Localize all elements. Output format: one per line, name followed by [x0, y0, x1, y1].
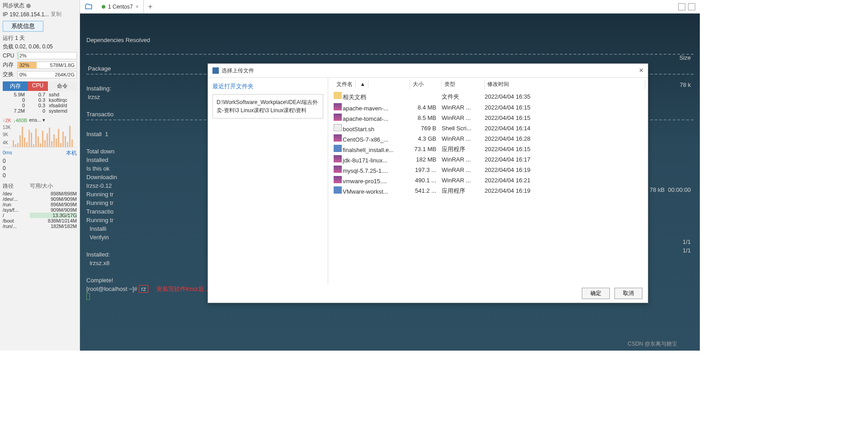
file-icon	[334, 124, 342, 131]
file-list[interactable]: 相关文档文件夹2022/04/04 16:35apache-maven-...8…	[328, 91, 648, 284]
file-icon	[334, 114, 342, 121]
upload-icon: ↑2K	[3, 118, 11, 123]
mem-meter: 内存 32%578M/1.8G	[3, 61, 77, 69]
file-row[interactable]: bootStart.sh769 BShell Scri...2022/04/04…	[328, 123, 648, 133]
file-icon	[334, 155, 342, 162]
process-row: 7.2M0systemd	[3, 108, 77, 114]
sidebar: 同步状态 IP 192.168.154.1... 复制 系统信息 运行 1 天 …	[0, 0, 80, 351]
file-columns[interactable]: 文件名 ▲ 大小 类型 修改时间	[328, 78, 648, 91]
file-row[interactable]: jdk-8u171-linux...182 MBWinRAR ...2022/0…	[328, 154, 648, 165]
file-icon	[334, 103, 342, 110]
status-dot-icon	[102, 5, 105, 9]
copy-button[interactable]: 复制	[51, 10, 61, 18]
close-dialog-icon[interactable]: ×	[639, 67, 643, 75]
process-row: 00.3xfsaild/d	[3, 103, 77, 108]
disk-row: /run896M/909M	[3, 202, 77, 207]
dialog-title: 选择上传文件	[222, 67, 254, 75]
file-row[interactable]: apache-tomcat-...8.5 MBWinRAR ...2022/04…	[328, 113, 648, 123]
file-row[interactable]: VMware-workst...541.2 ...应用程序2022/04/04 …	[328, 185, 648, 196]
ip-row: IP 192.168.154.1... 复制	[3, 10, 77, 18]
disk-row: /sys/f...909M/909M	[3, 207, 77, 213]
net-chart: 13K 9K 4K	[3, 125, 77, 147]
grid-icon	[678, 3, 685, 10]
new-tab-button[interactable]: +	[144, 3, 157, 11]
system-info-button[interactable]: 系统信息	[3, 21, 43, 32]
process-row: 00.3ksoftirqc	[3, 97, 77, 103]
swap-meter: 交换 0%264K/2G	[3, 71, 77, 78]
dialog-titlebar[interactable]: 选择上传文件 ×	[208, 64, 648, 77]
file-row[interactable]: vmware-pro15....490.1 ...WinRAR ...2022/…	[328, 175, 648, 185]
command-highlight: rz	[139, 285, 148, 293]
download-icon: ↓480B	[13, 118, 27, 123]
load: 负载 0.02, 0.06, 0.05	[3, 43, 77, 51]
disk-header: 路径可用/大小	[3, 182, 77, 190]
file-row[interactable]: finalshell_install.e...73.1 MB应用程序2022/0…	[328, 144, 648, 154]
disk-row: /dev/...909M/909M	[3, 196, 77, 202]
sort-asc-icon: ▲	[357, 80, 368, 88]
cancel-button[interactable]: 取消	[614, 288, 642, 299]
disk-row: /boot838M/1014M	[3, 218, 77, 223]
dialog-icon	[212, 67, 219, 74]
file-row[interactable]: CentOS-7-x86_...4.3 GBWinRAR ...2022/04/…	[328, 133, 648, 144]
net-row: ↑2K ↓480B ens... ▾	[3, 117, 77, 123]
tab-bar: 1 Centos7 × +	[80, 0, 700, 14]
recent-panel: 最近打开文件夹 D:\WorkSoftware_Workplace\IDEA\瑞…	[208, 78, 328, 284]
recent-path[interactable]: D:\WorkSoftware_Workplace\IDEA\瑞吉外卖-资料\3…	[212, 94, 323, 119]
file-icon	[334, 92, 342, 99]
process-header: 内存CPU命令	[3, 81, 77, 91]
ok-button[interactable]: 确定	[582, 288, 610, 299]
disk-row: /dev898M/898M	[3, 191, 77, 196]
ip-value: 192.168.154.1...	[9, 11, 49, 18]
disk-row: /run/...182M/182M	[3, 223, 77, 229]
disk-row: /13.3G/17G	[3, 213, 77, 218]
file-icon	[334, 145, 342, 152]
upload-dialog: 选择上传文件 × 最近打开文件夹 D:\WorkSoftware_Workpla…	[208, 63, 648, 303]
uptime: 运行 1 天	[3, 34, 77, 42]
file-row[interactable]: apache-maven-...8.4 MBWinRAR ...2022/04/…	[328, 102, 648, 113]
cursor-icon	[86, 293, 90, 300]
sync-status: 同步状态	[3, 2, 77, 10]
tab-centos7[interactable]: 1 Centos7 ×	[97, 0, 144, 13]
latency-row: 0ms本机	[3, 149, 77, 157]
process-row: 5.9M0.7sshd	[3, 92, 77, 97]
layout-icon	[688, 3, 695, 10]
watermark: CSDN @东离与糖宝	[627, 340, 677, 348]
close-tab-icon[interactable]: ×	[136, 4, 139, 10]
file-icon	[334, 166, 342, 173]
cpu-meter: CPU 2%	[3, 52, 77, 59]
file-row[interactable]: 相关文档文件夹2022/04/04 16:35	[328, 91, 648, 102]
file-row[interactable]: mysql-5.7.25-1....197.3 ...WinRAR ...202…	[328, 165, 648, 175]
folder-icon[interactable]	[84, 3, 94, 11]
file-icon	[334, 134, 342, 142]
net-interface[interactable]: ens... ▾	[29, 117, 45, 123]
file-icon	[334, 186, 342, 194]
file-icon	[334, 176, 342, 183]
main-area: 1 Centos7 × + Dependencies Resolved Pack…	[80, 0, 700, 351]
view-icons[interactable]	[678, 3, 700, 10]
sync-dot-icon	[26, 4, 31, 8]
